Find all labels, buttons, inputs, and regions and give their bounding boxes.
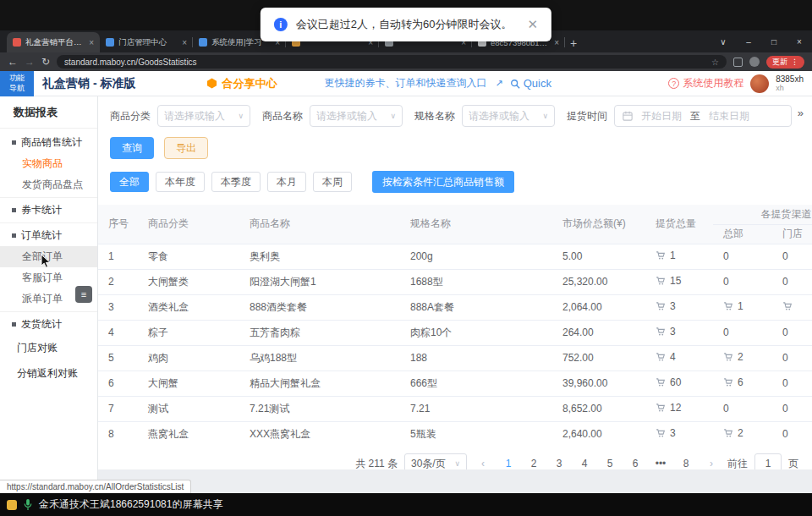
sidebar-item-physical-goods[interactable]: 实物商品 <box>0 153 97 174</box>
date-separator: 至 <box>690 109 700 124</box>
app-title: 礼盒营销 - 标准版 <box>42 76 135 91</box>
date-range-picker[interactable]: 开始日期 至 结束日期 <box>614 105 792 127</box>
cart-icon <box>723 352 733 362</box>
sidebar-item-store-reconciliation[interactable]: 门店对账 <box>0 335 97 360</box>
sidebar-title: 数据报表 <box>0 96 97 129</box>
meeting-toast: i 会议已超过2人，自动转为60分钟限时会议。 ✕ <box>261 8 551 41</box>
main-area: 数据报表 商品销售统计 实物商品 发货商品盘点 券卡统计 订单统计 <box>0 96 812 493</box>
tab-label: 礼盒营销平台管理中心 <box>25 37 85 48</box>
user-avatar[interactable] <box>750 74 769 93</box>
cart-icon <box>782 301 793 311</box>
filter-label: 商品名称 <box>262 109 303 124</box>
cart-icon <box>723 428 733 438</box>
user-alias: xh <box>776 84 804 92</box>
name-select[interactable]: 请选择或输入 ∨ <box>310 105 403 127</box>
chevron-down-icon: ∨ <box>390 112 396 120</box>
category-select[interactable]: 请选择或输入 ∨ <box>157 105 250 127</box>
quick-filter-row: 全部 本年度 本季度 本月 本周 按检索条件汇总商品销售额 <box>98 166 812 198</box>
filter-pickup-time: 提货时间 开始日期 至 结束日期 <box>567 105 792 127</box>
sidebar-item-goods-sales-stats[interactable]: 商品销售统计 <box>0 132 97 153</box>
filter-category: 商品分类 请选择或输入 ∨ <box>110 105 250 127</box>
forward-icon[interactable]: → <box>25 56 35 68</box>
filter-row: 商品分类 请选择或输入 ∨ 商品名称 请选择或输入 ∨ 规格名称 <box>98 96 812 130</box>
quick-tab-all[interactable]: 全部 <box>110 172 149 192</box>
quick-label: Quick <box>524 77 551 90</box>
search-button[interactable]: 查询 <box>110 137 154 159</box>
entry-arrow-icon: ↗ <box>495 78 502 89</box>
tab-favicon <box>13 38 21 47</box>
quick-search-link[interactable]: Quick <box>510 77 551 90</box>
table-row: 4 粽子 五芳斋肉粽 肉粽10个 264.00 3 0 0 <box>98 320 812 345</box>
cart-icon <box>656 377 666 387</box>
back-icon[interactable]: ← <box>8 56 18 68</box>
screen: i 会议已超过2人，自动转为60分钟限时会议。 ✕ 礼盒营销平台管理中心 × 门… <box>0 0 812 516</box>
chevron-down-icon: ∨ <box>454 459 460 468</box>
status-link: https://standard.maboy.cn/AllOrderStatis… <box>0 480 191 493</box>
header-hq: 总部 <box>713 224 772 244</box>
quick-tab-quarter[interactable]: 本季度 <box>211 172 261 192</box>
chevron-down-icon: ∨ <box>238 112 244 120</box>
browser-address-bar: ← → ↻ standard.maboy.cn/GoodsStatistics … <box>0 52 812 71</box>
chevron-down-icon: ∨ <box>542 112 548 120</box>
reload-icon[interactable]: ↻ <box>41 56 50 68</box>
function-nav-toggle[interactable]: 功能导航 <box>0 71 34 96</box>
browser-tab-2[interactable]: 门店管理中心 × <box>100 32 193 52</box>
quick-tab-month[interactable]: 本月 <box>267 172 306 192</box>
toast-message: 会议已超过2人，自动转为60分钟限时会议。 <box>296 17 513 32</box>
goods-stats-table: 序号 商品分类 商品名称 规格名称 市场价总额(¥) 提货总量 各提货渠道 总部… <box>98 205 812 443</box>
content-area: » 商品分类 请选择或输入 ∨ 商品名称 请选择或输入 ∨ <box>98 96 812 493</box>
minimize-icon[interactable]: – <box>736 30 761 52</box>
maximize-icon[interactable]: □ <box>761 30 787 52</box>
tab-close-icon[interactable]: × <box>182 38 187 47</box>
table-row: 1 零食 奥利奥 200g 5.00 1 0 0 <box>98 244 812 269</box>
sidebar-item-distribution-rebate[interactable]: 分销返利对账 <box>0 360 97 386</box>
share-center-label: 合分享中心 <box>222 76 277 91</box>
url-field[interactable]: standard.maboy.cn/GoodsStatistics ☆ <box>57 55 727 69</box>
screen-share-bar: 金禾通技术王斌18662591081的屏幕共享 <box>0 493 812 516</box>
tab-favicon <box>106 38 114 47</box>
collapse-filters-icon[interactable]: » <box>798 107 804 119</box>
extensions-icon[interactable] <box>733 58 743 67</box>
help-icon: ? <box>668 78 679 89</box>
sidebar-item-order-stats[interactable]: 订单统计 <box>0 225 97 246</box>
sidebar-collapse-handle[interactable]: ≡ <box>75 286 92 303</box>
bookmark-star-icon[interactable]: ☆ <box>711 58 719 67</box>
bottom-strip <box>98 469 812 493</box>
bullet-icon <box>12 233 16 238</box>
goto-suffix: 页 <box>788 457 798 471</box>
cart-icon <box>656 276 666 286</box>
cart-icon <box>656 250 666 261</box>
table-row: 8 燕窝礼盒 XXX燕窝礼盒 5瓶装 2,640.00 3 2 0 <box>98 421 812 443</box>
window-controls: ∨ – □ × <box>710 30 812 52</box>
tab-search-icon[interactable]: ∨ <box>710 30 736 52</box>
share-center-link[interactable]: 合分享中心 <box>206 76 277 91</box>
quick-tab-week[interactable]: 本周 <box>313 172 352 192</box>
browser-update-button[interactable]: 更新 ⋮ <box>766 56 804 69</box>
sidebar-item-coupon-stats[interactable]: 券卡统计 <box>0 200 97 221</box>
summary-button[interactable]: 按检索条件汇总商品销售额 <box>372 171 514 193</box>
header-name: 商品名称 <box>239 205 400 244</box>
export-button[interactable]: 导出 <box>164 137 208 159</box>
filter-name: 商品名称 请选择或输入 ∨ <box>262 105 403 127</box>
sidebar-item-shipping-stats[interactable]: 发货统计 <box>0 314 97 335</box>
table-row: 3 酒类礼盒 888酒类套餐 888A套餐 2,064.00 3 1 <box>98 294 812 320</box>
tutorial-link[interactable]: ? 系统使用教程 <box>668 76 743 91</box>
cart-icon <box>723 377 733 387</box>
cart-icon <box>723 301 733 311</box>
tutorial-label: 系统使用教程 <box>683 76 743 91</box>
sidebar-item-shipment-inventory[interactable]: 发货商品盘点 <box>0 174 97 195</box>
sidebar-item-all-orders[interactable]: 全部订单 <box>0 246 97 267</box>
browser-profile-avatar[interactable] <box>749 57 760 67</box>
mic-icon <box>23 498 33 511</box>
quick-tab-year[interactable]: 本年度 <box>156 172 205 192</box>
cart-icon <box>656 428 666 438</box>
share-bar-text: 金禾通技术王斌18662591081的屏幕共享 <box>39 497 222 512</box>
new-tab-button[interactable]: + <box>570 36 577 50</box>
tab-close-icon[interactable]: × <box>89 38 94 47</box>
quick-entry-link[interactable]: 更快捷的券卡、订单和快递查询入口 <box>324 76 486 91</box>
spec-select[interactable]: 请选择或输入 ∨ <box>462 105 555 127</box>
close-window-icon[interactable]: × <box>787 30 812 52</box>
browser-tab-1[interactable]: 礼盒营销平台管理中心 × <box>7 32 100 52</box>
tab-close-icon[interactable]: × <box>554 38 559 47</box>
toast-close-icon[interactable]: ✕ <box>528 17 539 32</box>
